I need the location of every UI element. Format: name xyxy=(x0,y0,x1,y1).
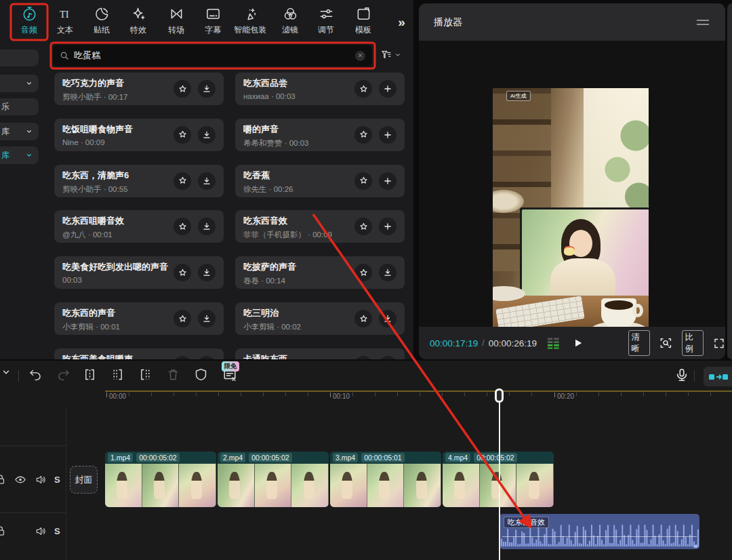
clip-thumbnail xyxy=(367,464,405,507)
video-clip[interactable]: 2.mp4 00:00:05:02 xyxy=(218,452,329,507)
favorite-star-icon[interactable] xyxy=(354,310,372,327)
add-icon[interactable] xyxy=(379,172,396,190)
audio-result-card[interactable]: 吃东西，清脆声6 剪映小助手 · 00:55 xyxy=(54,165,224,197)
clip-thumbnail xyxy=(218,464,255,507)
audio-result-card[interactable]: 吃东西美食咀嚼声 xyxy=(54,348,224,359)
download-icon[interactable] xyxy=(379,264,396,281)
audio-result-card[interactable]: 吃披萨的声音 卷卷 · 00:14 xyxy=(235,256,405,289)
record-voiceover-icon[interactable] xyxy=(674,367,689,383)
eye-icon[interactable] xyxy=(14,474,26,485)
favorite-star-icon[interactable] xyxy=(354,264,372,281)
snap-toggle-button[interactable] xyxy=(704,367,732,386)
lock-icon[interactable] xyxy=(0,525,6,537)
favorite-star-icon[interactable] xyxy=(354,126,372,144)
download-icon[interactable] xyxy=(198,264,216,281)
favorite-star-icon[interactable] xyxy=(174,80,191,98)
undo-icon[interactable] xyxy=(28,367,43,382)
download-icon[interactable] xyxy=(198,172,216,190)
text-icon: TI xyxy=(58,6,73,22)
volume-line[interactable] xyxy=(502,536,697,537)
monitor-screen xyxy=(522,209,649,308)
favorite-star-icon[interactable] xyxy=(174,126,191,144)
smart-package-icon xyxy=(243,6,258,22)
solo-button[interactable]: S xyxy=(54,526,60,536)
video-clip[interactable]: 4.mp4 00:00:05:02 xyxy=(443,452,554,507)
video-clip[interactable]: 3.mp4 00:00:05:01 xyxy=(330,452,441,507)
focus-zoom-icon[interactable] xyxy=(659,336,672,350)
audio-title: 吃东西美食咀嚼声 xyxy=(62,353,216,359)
clear-search-icon[interactable]: ✕ xyxy=(355,51,365,61)
ribbon-tab-sticker[interactable]: 贴纸 xyxy=(94,6,110,36)
ribbon-tab-templates[interactable]: 模板 xyxy=(355,6,371,36)
transition-icon xyxy=(169,6,184,22)
ruler-tick xyxy=(420,393,420,396)
split-right-icon[interactable] xyxy=(138,367,152,382)
download-icon[interactable] xyxy=(198,310,216,327)
delete-icon[interactable] xyxy=(166,367,180,382)
ruler-label: 00:10 xyxy=(333,393,350,400)
audio-result-card[interactable]: 卡通吃东西 xyxy=(235,348,405,359)
audio-result-card[interactable]: 吃东西音效 菲菲（手机摄影） · 00:09 xyxy=(235,210,405,243)
download-icon[interactable] xyxy=(379,310,396,327)
audio-result-card[interactable]: 吃美食好吃到发出嗯的声音 00:03 xyxy=(54,256,224,289)
video-preview[interactable]: AI生成 xyxy=(493,88,649,346)
cup-handle xyxy=(632,304,643,317)
favorite-star-icon[interactable] xyxy=(354,80,372,98)
ribbon-tab-adjust[interactable]: 调节 xyxy=(318,6,334,36)
audio-result-card[interactable]: 吃东西的声音 小李剪辑 · 00:01 xyxy=(54,302,224,335)
audio-clip[interactable]: 吃东西音效 xyxy=(500,514,699,549)
ribbon-tab-captions[interactable]: 字幕 xyxy=(205,6,221,36)
ribbon-tab-audio[interactable]: 音频 xyxy=(21,6,37,36)
audio-result-card[interactable]: 吃香蕉 徐先生 · 00:26 xyxy=(235,165,405,197)
add-icon[interactable] xyxy=(379,126,396,144)
fullscreen-icon[interactable] xyxy=(713,337,725,350)
clarity-button[interactable]: 清晰 xyxy=(628,330,650,356)
playhead-line[interactable] xyxy=(499,391,500,560)
sidebar-item[interactable] xyxy=(0,49,39,66)
collapsed-side-panel[interactable] xyxy=(727,3,732,359)
player-title: 播放器 xyxy=(434,16,462,28)
favorite-star-icon[interactable] xyxy=(354,172,372,190)
mask-icon[interactable] xyxy=(194,367,208,382)
ribbon-tab-transition[interactable]: 转场 xyxy=(168,6,184,36)
track-header-divider xyxy=(66,408,66,560)
audio-result-card[interactable]: 吃巧克力的声音 剪映小助手 · 00:17 xyxy=(54,73,224,105)
audio-result-card[interactable]: 吃东西咀嚼音效 @九八 · 00:01 xyxy=(54,210,224,243)
search-input[interactable] xyxy=(74,51,355,61)
play-icon[interactable] xyxy=(573,337,584,349)
timeline-ruler[interactable]: 00:0000:1000:20 xyxy=(0,391,732,408)
expand-tabs-button[interactable]: » xyxy=(398,15,403,30)
download-icon[interactable] xyxy=(198,80,216,98)
favorite-star-icon[interactable] xyxy=(174,264,191,281)
fade-handle[interactable] xyxy=(693,545,698,548)
player-menu-icon[interactable] xyxy=(697,20,709,28)
redo-icon[interactable] xyxy=(56,367,70,382)
filters-icon xyxy=(283,6,298,22)
solo-button[interactable]: S xyxy=(54,475,60,485)
collapse-chevron-icon[interactable] xyxy=(1,367,11,377)
ribbon-tab-effects[interactable]: 特效 xyxy=(130,6,146,36)
download-icon[interactable] xyxy=(198,126,216,144)
split-left-icon[interactable] xyxy=(110,367,125,382)
audio-result-card[interactable]: 吃三明治 小李剪辑 · 00:02 xyxy=(235,302,405,335)
ribbon-tab-text[interactable]: TI 文本 xyxy=(57,6,73,36)
playhead-handle[interactable] xyxy=(495,388,504,403)
speaker-icon[interactable] xyxy=(35,525,47,537)
speaker-icon[interactable] xyxy=(35,474,47,485)
total-timecode: 00:00:26:19 xyxy=(489,338,537,348)
ribbon-tab-smartpack[interactable]: 智能包装 xyxy=(234,6,266,36)
ratio-button[interactable]: 比例 xyxy=(682,330,704,356)
cover-button[interactable]: 封面 xyxy=(70,466,98,494)
favorite-star-icon[interactable] xyxy=(174,310,191,327)
ribbon-tab-filters[interactable]: 滤镜 xyxy=(282,6,298,36)
split-icon[interactable] xyxy=(83,367,97,382)
audio-result-card[interactable]: 吃东西品尝 нахиаа · 00:03 xyxy=(235,73,405,105)
audio-result-card[interactable]: 嚼的声音 希希和赞赞 · 00:03 xyxy=(235,119,405,151)
filter-control[interactable] xyxy=(380,49,401,60)
favorite-star-icon[interactable] xyxy=(174,172,191,190)
video-clip[interactable]: 1.mp4 00:00:05:02 xyxy=(105,452,216,507)
add-icon[interactable] xyxy=(379,80,396,98)
audio-result-card[interactable]: 吃饭咀嚼食物声音 Nine · 00:09 xyxy=(54,119,224,151)
audio-meter-icon[interactable] xyxy=(546,336,561,350)
lock-icon[interactable] xyxy=(0,474,6,485)
